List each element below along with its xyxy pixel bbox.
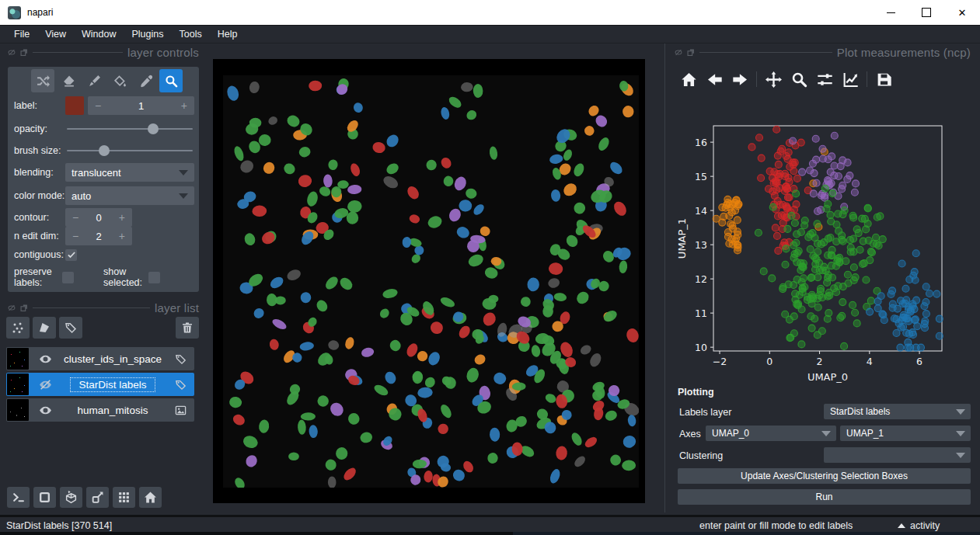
- show-selected-checkbox[interactable]: [148, 272, 160, 283]
- axis-y-dropdown[interactable]: UMAP_1: [840, 426, 971, 441]
- viewer-canvas[interactable]: [213, 59, 645, 503]
- pan-zoom-button[interactable]: [159, 69, 183, 92]
- maximize-button[interactable]: [909, 0, 944, 25]
- color-picker-button[interactable]: [134, 69, 157, 92]
- grid-view-button[interactable]: [113, 487, 135, 508]
- new-shapes-layer-button[interactable]: [33, 317, 56, 339]
- paintbrush-button[interactable]: [82, 69, 106, 92]
- home-button[interactable]: [139, 487, 162, 508]
- eraser-icon: [62, 75, 75, 88]
- menu-help[interactable]: Help: [210, 26, 246, 42]
- napari-window: napari ✕ File View Window Plugins Tools …: [0, 0, 980, 535]
- roll-dimensions-button[interactable]: [60, 487, 82, 508]
- contour-value[interactable]: 0: [96, 212, 101, 224]
- transpose-dimensions-button[interactable]: [86, 487, 109, 508]
- console-icon: [12, 491, 25, 504]
- opacity-slider-handle[interactable]: [148, 123, 159, 134]
- shuffle-colors-button[interactable]: [31, 69, 54, 92]
- dock-splitter[interactable]: [664, 43, 665, 512]
- dock-header-rule: [33, 52, 123, 53]
- menu-view[interactable]: View: [37, 26, 74, 42]
- contour-increment[interactable]: +: [119, 212, 125, 223]
- n-edit-dim-value[interactable]: 2: [96, 231, 101, 242]
- visibility-toggle[interactable]: [37, 351, 53, 367]
- move-icon: [766, 71, 782, 88]
- napari-logo-icon: [8, 6, 21, 19]
- fill-bucket-button[interactable]: [108, 69, 131, 92]
- contour-label: contour:: [14, 212, 65, 223]
- brush-size-label: brush size:: [14, 145, 65, 156]
- plot-back-button[interactable]: [705, 70, 724, 89]
- float-dock-icon[interactable]: [20, 49, 28, 56]
- layer-name[interactable]: StarDist labels: [53, 379, 173, 391]
- shuffle-icon: [37, 75, 50, 88]
- axis-x-dropdown[interactable]: UMAP_0: [706, 426, 836, 441]
- float-dock-icon[interactable]: [20, 304, 28, 311]
- label-decrement[interactable]: −: [95, 100, 101, 111]
- plot-forward-button[interactable]: [731, 70, 749, 89]
- contour-decrement[interactable]: −: [72, 212, 78, 223]
- plot-home-button[interactable]: [679, 70, 698, 89]
- home-icon: [681, 71, 697, 88]
- axis-y-value: UMAP_1: [846, 428, 884, 439]
- layer-name[interactable]: human_mitosis: [53, 405, 173, 416]
- axes-label: Axes: [679, 429, 701, 439]
- menu-plugins[interactable]: Plugins: [124, 26, 172, 42]
- tag-icon: [65, 321, 77, 334]
- chevron-down-icon: [821, 431, 831, 436]
- layer-row-stardist-labels[interactable]: StarDist labels: [6, 373, 194, 396]
- float-dock-icon[interactable]: [687, 49, 695, 56]
- menu-tools[interactable]: Tools: [172, 26, 210, 42]
- plot-pan-button[interactable]: [764, 70, 783, 89]
- contiguous-checkbox[interactable]: [65, 249, 77, 261]
- run-button[interactable]: Run: [678, 489, 971, 505]
- label-color-swatch[interactable]: [65, 96, 84, 115]
- visibility-toggle[interactable]: [37, 402, 53, 418]
- status-coordinates: StarDist labels [370 514]: [6, 520, 112, 531]
- umap-scatter-plot[interactable]: −2024610111213141516UMAP_0UMAP_1: [675, 109, 974, 388]
- eraser-button[interactable]: [57, 69, 80, 92]
- console-button[interactable]: [7, 487, 30, 508]
- menu-file[interactable]: File: [6, 26, 37, 42]
- plot-customize-button[interactable]: [841, 70, 860, 89]
- labels-layer-type-icon: [173, 351, 188, 367]
- layer-controls-dock-header: layer controls: [8, 45, 199, 59]
- label-increment[interactable]: +: [181, 100, 187, 111]
- n-edit-dim-increment[interactable]: +: [119, 231, 125, 241]
- svg-text:10: 10: [695, 342, 707, 353]
- layer-name[interactable]: cluster_ids_in_space: [53, 353, 173, 365]
- plot-zoom-button[interactable]: [790, 70, 808, 89]
- preserve-labels-checkbox[interactable]: [62, 272, 74, 283]
- menu-window[interactable]: Window: [74, 26, 124, 42]
- delete-layer-button[interactable]: [176, 317, 199, 339]
- brush-size-slider-handle[interactable]: [99, 145, 110, 156]
- clustering-dropdown[interactable]: [824, 447, 971, 463]
- new-labels-layer-button[interactable]: [59, 317, 82, 339]
- update-axes-clustering-button[interactable]: Update Axes/Clustering Selection Boxes: [678, 468, 971, 484]
- hide-dock-icon[interactable]: [8, 49, 16, 56]
- label-value[interactable]: 1: [138, 100, 144, 112]
- blending-dropdown[interactable]: translucent: [65, 163, 194, 182]
- new-points-layer-button[interactable]: [6, 317, 30, 339]
- layer-row-human-mitosis[interactable]: human_mitosis: [6, 398, 194, 422]
- toggle-ndisplay-button[interactable]: [33, 487, 56, 508]
- label-spinbox[interactable]: − 1 +: [88, 96, 194, 115]
- activity-toggle[interactable]: activity: [898, 520, 940, 531]
- close-button[interactable]: ✕: [944, 0, 980, 25]
- color-mode-dropdown[interactable]: auto: [65, 186, 194, 205]
- hide-dock-icon[interactable]: [8, 304, 16, 311]
- n-edit-dim-decrement[interactable]: −: [72, 231, 78, 241]
- visibility-toggle[interactable]: [37, 377, 53, 392]
- minimize-button[interactable]: [873, 0, 909, 25]
- contour-spinbox[interactable]: − 0 +: [65, 208, 132, 227]
- hide-dock-icon[interactable]: [675, 49, 682, 56]
- svg-text:6: 6: [916, 356, 922, 367]
- brush-size-slider[interactable]: [65, 143, 194, 158]
- plot-subplots-button[interactable]: [815, 70, 834, 89]
- labels-layer-dropdown[interactable]: StarDist labels: [824, 404, 971, 419]
- n-edit-dim-spinbox[interactable]: − 2 +: [65, 227, 132, 245]
- color-picker-icon: [139, 75, 152, 88]
- layer-row-cluster-ids-in-space[interactable]: cluster_ids_in_space: [6, 347, 194, 370]
- opacity-slider[interactable]: [65, 121, 194, 137]
- plot-save-button[interactable]: [874, 70, 893, 89]
